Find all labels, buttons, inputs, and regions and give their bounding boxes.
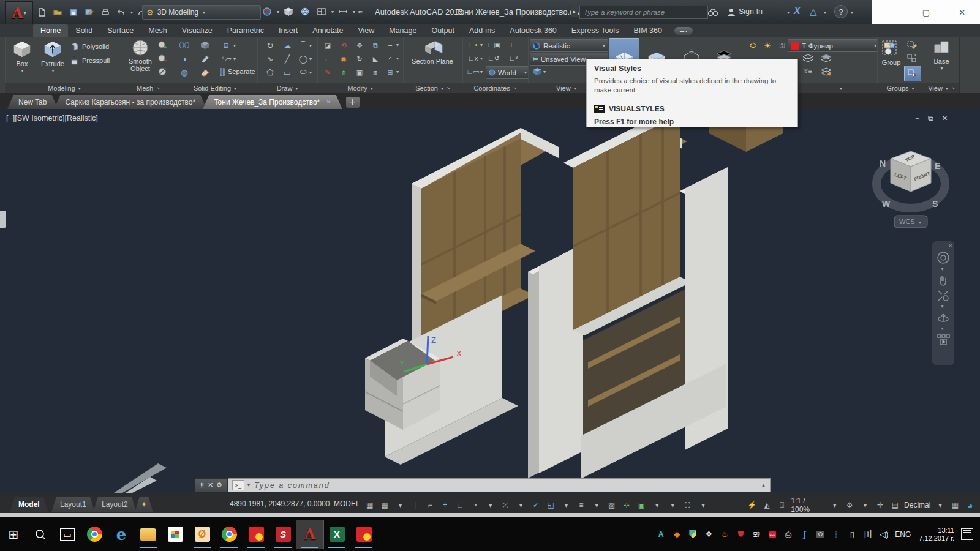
spline-icon[interactable]: ↻ xyxy=(263,40,277,51)
render-globe-icon[interactable] xyxy=(260,5,274,18)
chevron-down-icon[interactable]: ▾ xyxy=(247,482,250,488)
help-icon[interactable]: ? xyxy=(834,5,848,18)
navbar-close-icon[interactable]: ✕ xyxy=(948,244,952,249)
media-player2-icon[interactable] xyxy=(350,520,377,549)
panel-footer-section[interactable]: Section▾↘ xyxy=(403,83,462,93)
trim-icon[interactable]: ◣ xyxy=(369,53,382,64)
plot-status-icon[interactable]: ▰ xyxy=(978,498,980,512)
transparency-icon[interactable]: ▨ xyxy=(605,498,619,512)
wifi-icon[interactable]: 〣 xyxy=(861,528,875,541)
outlook-icon[interactable]: Ø xyxy=(189,520,216,549)
chevron-down-icon[interactable]: ▾ xyxy=(933,498,947,512)
undo-button[interactable] xyxy=(114,6,129,19)
measure-icon[interactable] xyxy=(336,5,350,18)
volume-icon[interactable]: ◁) xyxy=(877,528,891,541)
chevron-down-icon[interactable]: ▾ xyxy=(514,498,528,512)
copy-icon[interactable]: ⧉ xyxy=(369,40,382,51)
a360-dropdown[interactable]: ▾ xyxy=(824,10,826,15)
mesh-refine-icon[interactable] xyxy=(156,39,169,50)
binoculars-search-icon[interactable] xyxy=(706,6,720,19)
circle-icon[interactable]: ◯ xyxy=(296,53,310,64)
drawing-canvas[interactable]: Z X Y N E W S TOP LEFT FRONT WCS ▾ xyxy=(0,109,980,493)
tab-view[interactable]: View xyxy=(350,24,382,37)
mesh-unrefine-icon[interactable] xyxy=(156,53,169,64)
base-button[interactable]: Base▾ xyxy=(929,39,954,72)
language-indicator[interactable]: ENG xyxy=(893,528,913,541)
chevron-down-icon[interactable]: ▾ xyxy=(858,498,872,512)
extrude-faces-icon[interactable]: ⌐ xyxy=(321,53,334,64)
model-tab[interactable]: Model xyxy=(10,497,48,512)
chevron-down-icon[interactable]: ▾ xyxy=(650,498,664,512)
grid-display-icon[interactable]: ▦ xyxy=(363,498,377,512)
ungroup-icon[interactable] xyxy=(905,53,919,64)
sketchup-icon[interactable]: S xyxy=(270,520,296,549)
tab-autodesk360[interactable]: Autodesk 360 xyxy=(502,24,564,37)
command-expand-icon[interactable]: ▲ xyxy=(761,482,766,489)
viewport-label[interactable]: [−][SW Isometric][Realistic] xyxy=(6,114,98,122)
file-tab-new[interactable]: New Tab xyxy=(7,95,58,109)
layer-walk-icon[interactable] xyxy=(820,66,833,77)
chevron-down-icon[interactable]: ▾ xyxy=(233,56,236,62)
chevron-down-icon[interactable]: ▾ xyxy=(941,304,943,309)
rectangle-icon[interactable]: ▭ xyxy=(281,67,294,78)
excel-icon[interactable]: X xyxy=(323,520,350,549)
infer-constraints-icon[interactable]: ⌐ xyxy=(423,498,437,512)
tab-manage[interactable]: Manage xyxy=(382,24,424,37)
camera-icon[interactable] xyxy=(813,528,827,541)
skype-icon[interactable]: ʃ xyxy=(797,528,811,541)
polygon-icon[interactable]: ⬠ xyxy=(263,67,277,78)
orbit-icon[interactable] xyxy=(937,311,950,324)
open-file-button[interactable] xyxy=(50,6,65,19)
help-dropdown[interactable]: ▾ xyxy=(851,10,853,15)
file-tab-toni[interactable]: Тони Жечев_За Производство*✕ xyxy=(203,95,342,109)
chevron-down-icon[interactable]: ▾ xyxy=(309,56,312,62)
chrome-window-icon[interactable] xyxy=(216,520,243,549)
layer-match-icon[interactable] xyxy=(820,53,833,64)
geographic-location-icon[interactable] xyxy=(298,5,312,18)
command-close-icon[interactable]: ✕ xyxy=(208,481,213,489)
line-icon[interactable]: ╱ xyxy=(281,53,294,64)
intersect-icon[interactable]: ◑ xyxy=(178,53,191,64)
group-edit-icon[interactable] xyxy=(905,39,919,50)
chevron-down-icon[interactable]: ▾ xyxy=(277,9,279,15)
chevron-down-icon[interactable]: ▾ xyxy=(480,42,483,48)
clock[interactable]: 13:11 7.12.2017 г. xyxy=(919,527,954,542)
chevron-down-icon[interactable]: ▾ xyxy=(396,69,399,75)
chevron-down-icon[interactable]: ▾ xyxy=(941,326,943,331)
separate-button[interactable]: Separate▾ xyxy=(228,68,261,75)
tab-parametric[interactable]: Parametric xyxy=(220,24,271,37)
avast-icon[interactable]: ◆ xyxy=(670,528,684,541)
polar-tracking-icon[interactable]: ◔ xyxy=(468,498,482,512)
layer-lock-icon[interactable]: ⚿ xyxy=(775,40,789,51)
chevron-down-icon[interactable]: ▾ xyxy=(590,498,604,512)
file-explorer-icon[interactable] xyxy=(135,520,162,549)
plot-button[interactable] xyxy=(98,6,113,19)
chevron-down-icon[interactable]: ▾ xyxy=(353,9,355,15)
array-icon[interactable]: ⊞ xyxy=(383,67,397,78)
tab-addins[interactable]: Add-ins xyxy=(462,24,502,37)
3d-rotate-gizmo-icon[interactable]: ⟲ xyxy=(337,40,350,51)
fillet-icon[interactable]: ◜ xyxy=(383,53,397,64)
move-gizmo-icon[interactable]: ◉ xyxy=(337,53,350,64)
undo-dropdown[interactable]: ▾ xyxy=(130,10,133,15)
minimize-button[interactable]: — xyxy=(872,0,908,24)
tab-insert[interactable]: Insert xyxy=(271,24,305,37)
isometric-drafting-icon[interactable]: ⤫ xyxy=(498,498,512,512)
visual-style-dropdown[interactable]: Realistic ▾ xyxy=(530,39,608,52)
new-drawing-tab-button[interactable]: ✛ xyxy=(346,97,360,108)
search-expand-icon[interactable]: ▸ xyxy=(571,6,578,17)
chrome-icon[interactable] xyxy=(81,520,108,549)
battery-icon[interactable]: ▯ xyxy=(845,528,859,541)
group-button[interactable]: Group xyxy=(878,39,904,66)
viewport-restore-icon[interactable]: ⧉ xyxy=(928,114,933,122)
ccu-icon[interactable]: ccu xyxy=(766,528,779,541)
chevron-down-icon[interactable]: ▾ xyxy=(941,267,943,272)
section-plane-button[interactable]: Section Plane xyxy=(412,39,453,65)
application-menu-button[interactable]: A ▾ xyxy=(5,1,33,25)
layout1-tab[interactable]: Layout1 xyxy=(51,497,95,512)
eraser-icon[interactable] xyxy=(198,67,212,78)
chevron-down-icon[interactable]: ▾ xyxy=(331,9,334,15)
model-space-badge[interactable]: MODEL xyxy=(334,500,360,508)
chevron-down-icon[interactable]: ▾ xyxy=(543,69,546,75)
ucs-world-icon[interactable]: ∟▭ xyxy=(466,66,480,77)
